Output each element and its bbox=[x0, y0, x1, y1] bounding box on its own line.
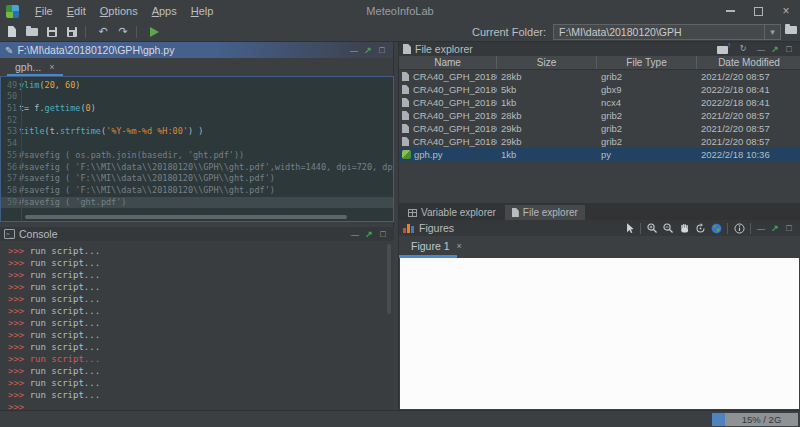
console-prompt[interactable]: >>> bbox=[8, 401, 394, 410]
globe-button[interactable] bbox=[708, 221, 724, 235]
editor-console-column: ✎ F:\MI\data\20180120\GPH\gph.py — ↗ □ g… bbox=[0, 42, 394, 410]
code-line-50[interactable]: 50 bbox=[1, 91, 393, 103]
code-line-53[interactable]: 53title(t.strftime('%Y-%m-%d %H:00') ) bbox=[1, 126, 393, 138]
file-row-7[interactable]: gph.py1kbpy2022/2/18 10:36 bbox=[399, 148, 800, 161]
pan-button[interactable] bbox=[676, 221, 692, 235]
file-explorer-minimize-icon[interactable]: — bbox=[754, 45, 768, 54]
file-row-1[interactable]: CRA40_GPH_2018012...28kbgrib22021/2/20 0… bbox=[399, 70, 800, 83]
run-script-button[interactable] bbox=[150, 27, 159, 37]
figures-minimize-icon[interactable]: — bbox=[754, 224, 768, 233]
editor-file-path: F:\MI\data\20180120\GPH\gph.py bbox=[17, 44, 174, 56]
menu-file[interactable]: File bbox=[28, 0, 60, 22]
window-maximize-button[interactable] bbox=[744, 0, 772, 22]
zoom-out-button[interactable] bbox=[660, 221, 676, 235]
browse-folder-button[interactable] bbox=[785, 26, 797, 34]
code-line-58[interactable]: 58#savefig ( 'F:\\MI\\data\\20180120\\GP… bbox=[1, 185, 393, 197]
file-row-6[interactable]: CRA40_GPH_2018012...29kbgrib22021/2/20 0… bbox=[399, 135, 800, 148]
code-line-49[interactable]: 49ylim(20, 60) bbox=[1, 80, 393, 92]
code-line-56[interactable]: 56#savefig ( 'F:\\MI\\data\\20180120\\GP… bbox=[1, 162, 393, 174]
console-scrollbar[interactable] bbox=[387, 244, 391, 314]
editor-minimize-icon[interactable]: — bbox=[347, 46, 361, 55]
code-line-59[interactable]: 59#savefig ( 'ght.pdf') bbox=[1, 197, 393, 209]
zoom-in-button[interactable] bbox=[644, 221, 660, 235]
memory-indicator[interactable]: 15% / 2G bbox=[712, 413, 798, 426]
gutter-separator bbox=[21, 77, 22, 221]
parent-folder-button[interactable]: ↑ bbox=[717, 44, 730, 54]
file-row-3[interactable]: CRA40_GPH_2018012...1kbncx42022/2/18 08:… bbox=[399, 96, 800, 109]
menu-options[interactable]: Options bbox=[93, 0, 145, 22]
console-icon: >_ bbox=[4, 229, 15, 239]
column-header-filetype[interactable]: File Type bbox=[597, 56, 697, 69]
code-editor[interactable]: 4849ylim(20, 60)5051t= f.gettime(0)5253t… bbox=[0, 76, 394, 222]
editor-external-icon[interactable]: ↗ bbox=[361, 45, 375, 55]
tab-variable-explorer[interactable]: Variable explorer bbox=[401, 205, 503, 220]
identify-button[interactable] bbox=[731, 221, 747, 235]
save-button[interactable] bbox=[44, 24, 60, 40]
redo-button[interactable]: ↷ bbox=[115, 24, 131, 40]
file-explorer-maximize-icon[interactable]: □ bbox=[782, 44, 796, 54]
figures-external-icon[interactable]: ↗ bbox=[768, 223, 782, 233]
code-line-52[interactable]: 52 bbox=[1, 115, 393, 127]
file-explorer-title: File explorer bbox=[415, 43, 473, 55]
chevron-down-icon[interactable]: ▾ bbox=[764, 25, 780, 39]
refresh-icon[interactable]: ↻ bbox=[736, 45, 750, 53]
console-panel-header[interactable]: >_ Console — ↗ □ bbox=[0, 227, 394, 241]
window-minimize-button[interactable] bbox=[716, 0, 744, 22]
console-external-icon[interactable]: ↗ bbox=[362, 229, 376, 239]
code-line-55[interactable]: 55#savefig ( os.path.join(basedir, 'ght.… bbox=[1, 150, 393, 162]
code-line-51[interactable]: 51t= f.gettime(0) bbox=[1, 103, 393, 115]
editor-maximize-icon[interactable]: □ bbox=[375, 45, 389, 55]
save-as-button[interactable] bbox=[64, 24, 80, 40]
column-header-date[interactable]: Date Modified bbox=[697, 56, 800, 69]
figures-maximize-icon[interactable]: □ bbox=[782, 223, 796, 233]
file-row-5[interactable]: CRA40_GPH_2018012...29kbgrib22021/2/20 0… bbox=[399, 122, 800, 135]
column-header-name[interactable]: Name bbox=[399, 56, 497, 69]
console-line-9: >>> run script... bbox=[8, 341, 394, 353]
select-arrow-button[interactable] bbox=[621, 221, 637, 235]
column-header-size[interactable]: Size bbox=[497, 56, 597, 69]
figure-canvas[interactable] bbox=[400, 258, 799, 409]
tab-file-explorer[interactable]: File explorer bbox=[505, 205, 585, 220]
figures-panel-header[interactable]: Figures bbox=[399, 220, 800, 236]
undo-button[interactable]: ↶ bbox=[95, 24, 111, 40]
code-lines: 4849ylim(20, 60)5051t= f.gettime(0)5253t… bbox=[1, 76, 393, 208]
menu-edit[interactable]: Edit bbox=[60, 0, 93, 22]
menu-help[interactable]: Help bbox=[184, 0, 221, 22]
rotate-button[interactable] bbox=[692, 221, 708, 235]
open-file-button[interactable] bbox=[24, 24, 40, 40]
window-close-button[interactable]: × bbox=[772, 0, 800, 22]
editor-title-bar[interactable]: ✎ F:\MI\data\20180120\GPH\gph.py — ↗ □ bbox=[0, 42, 393, 58]
figures-icon bbox=[403, 224, 415, 233]
console-minimize-icon[interactable]: — bbox=[348, 230, 362, 239]
save-icon bbox=[47, 27, 57, 37]
explorer-figures-column: File explorer ↑ ↻ — ↗ □ Name Size File T… bbox=[398, 42, 800, 410]
editor-horizontal-scrollbar[interactable] bbox=[25, 215, 347, 219]
console-maximize-icon[interactable]: □ bbox=[376, 229, 390, 239]
tab-variable-explorer-label: Variable explorer bbox=[421, 207, 496, 218]
new-file-button[interactable] bbox=[4, 24, 20, 40]
new-file-icon bbox=[8, 26, 16, 37]
status-bar: 15% / 2G bbox=[0, 410, 800, 427]
file-table-rows: CRA40_GPH_2018012...28kbgrib22021/2/20 0… bbox=[399, 70, 800, 161]
file-explorer-header[interactable]: File explorer ↑ ↻ — ↗ □ bbox=[399, 42, 800, 56]
console-line-8: >>> run script... bbox=[8, 329, 394, 341]
browse-folder-icon bbox=[785, 26, 797, 34]
console-line-7: >>> run script... bbox=[8, 317, 394, 329]
console-output[interactable]: >>> run script...>>> run script...>>> ru… bbox=[0, 241, 394, 410]
code-line-54[interactable]: 54 bbox=[1, 138, 393, 150]
menu-apps[interactable]: Apps bbox=[145, 0, 184, 22]
tab-figure-1[interactable]: Figure 1 × bbox=[399, 236, 474, 256]
zoom-in-icon bbox=[646, 222, 659, 235]
file-row-2[interactable]: CRA40_GPH_2018012...5kbgbx92022/2/18 08:… bbox=[399, 83, 800, 96]
figure-tab-bar: Figure 1 × bbox=[399, 236, 800, 258]
page-icon bbox=[512, 208, 519, 217]
tab-close-icon[interactable]: × bbox=[457, 241, 462, 251]
file-row-4[interactable]: CRA40_GPH_2018012...28kbgrib22021/2/20 0… bbox=[399, 109, 800, 122]
code-line-57[interactable]: 57#savefig ( 'F:\\MI\\data\\20180120\\GP… bbox=[1, 173, 393, 185]
memory-usage-text: 15% / 2G bbox=[725, 413, 798, 426]
file-explorer-external-icon[interactable]: ↗ bbox=[768, 44, 782, 54]
file-table-header: Name Size File Type Date Modified bbox=[399, 56, 800, 70]
tab-close-icon[interactable]: × bbox=[49, 62, 54, 72]
grid-icon bbox=[408, 209, 417, 217]
current-folder-combobox[interactable]: F:\MI\data\20180120\GPH ▾ bbox=[553, 24, 781, 40]
